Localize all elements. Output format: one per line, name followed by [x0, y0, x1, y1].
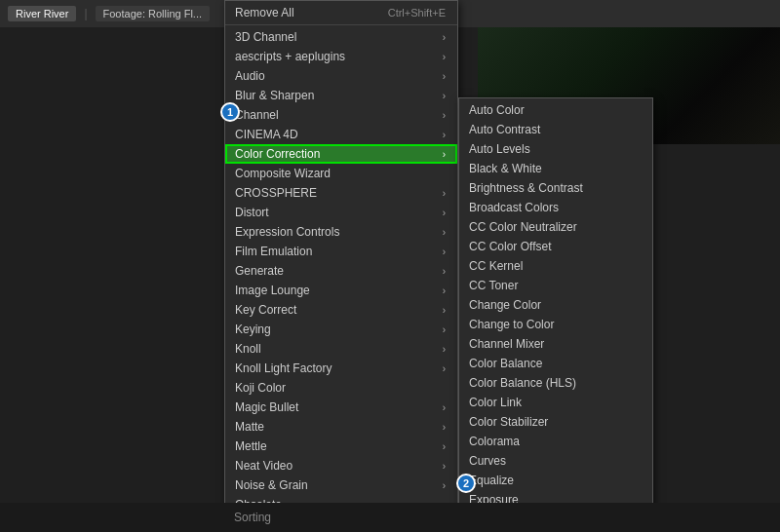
submenu-arrow-13: ›: [443, 285, 446, 296]
primary-menu-item-label-17: Knoll Light Factory: [235, 361, 332, 375]
secondary-menu: Auto ColorAuto ContrastAuto LevelsBlack …: [458, 97, 653, 532]
primary-menu-item-4[interactable]: Channel›: [225, 105, 457, 125]
primary-menu-item-16[interactable]: Knoll›: [225, 339, 457, 359]
tab-river[interactable]: River River: [8, 6, 76, 21]
secondary-menu-item-label-3: Black & White: [469, 162, 542, 175]
secondary-menu-item-13[interactable]: Color Balance: [459, 354, 652, 373]
secondary-menu-item-label-16: Color Stabilizer: [469, 415, 548, 429]
secondary-menu-item-12[interactable]: Channel Mixer: [459, 334, 652, 354]
primary-menu-item-17[interactable]: Knoll Light Factory›: [225, 359, 457, 378]
secondary-menu-item-4[interactable]: Brightness & Contrast: [459, 178, 652, 198]
primary-menu-item-label-4: Channel: [235, 108, 279, 122]
primary-menu-item-20[interactable]: Matte›: [225, 417, 457, 437]
primary-menu-item-label-9: Distort: [235, 206, 269, 219]
primary-menu-item-21[interactable]: Mettle›: [225, 437, 457, 456]
primary-menu-items: 3D Channel›aescripts + aeplugins›Audio›B…: [225, 27, 457, 532]
submenu-arrow-19: ›: [443, 402, 446, 413]
secondary-menu-item-14[interactable]: Color Balance (HLS): [459, 373, 652, 393]
secondary-menu-item-9[interactable]: CC Toner: [459, 276, 652, 295]
primary-menu-item-label-11: Film Emulation: [235, 245, 312, 258]
secondary-menu-item-1[interactable]: Auto Contrast: [459, 120, 652, 139]
primary-menu-item-1[interactable]: aescripts + aeplugins›: [225, 47, 457, 66]
primary-menu-item-19[interactable]: Magic Bullet›: [225, 398, 457, 417]
primary-menu-item-0[interactable]: 3D Channel›: [225, 27, 457, 47]
primary-menu-item-label-15: Keying: [235, 323, 271, 336]
sorting-bar: Sorting: [0, 503, 780, 532]
remove-all-label: Remove All: [235, 6, 294, 19]
secondary-menu-item-16[interactable]: Color Stabilizer: [459, 412, 652, 432]
primary-menu-item-label-6: Color Correction: [235, 147, 320, 161]
primary-menu-item-2[interactable]: Audio›: [225, 66, 457, 86]
primary-menu-item-14[interactable]: Key Correct›: [225, 300, 457, 320]
secondary-menu-item-label-19: Equalize: [469, 474, 514, 487]
primary-menu-item-12[interactable]: Generate›: [225, 261, 457, 281]
submenu-arrow-12: ›: [443, 266, 446, 277]
secondary-menu-item-10[interactable]: Change Color: [459, 295, 652, 315]
secondary-menu-item-11[interactable]: Change to Color: [459, 315, 652, 334]
secondary-menu-item-0[interactable]: Auto Color: [459, 100, 652, 120]
secondary-menu-item-18[interactable]: Curves: [459, 451, 652, 471]
primary-menu-item-10[interactable]: Expression Controls›: [225, 222, 457, 242]
remove-all-item[interactable]: Remove All Ctrl+Shift+E: [225, 3, 457, 22]
secondary-menu-item-3[interactable]: Black & White: [459, 159, 652, 178]
primary-menu-item-9[interactable]: Distort›: [225, 203, 457, 222]
secondary-menu-item-label-11: Change to Color: [469, 318, 554, 331]
primary-menu-item-label-7: Composite Wizard: [235, 167, 331, 180]
primary-menu-item-11[interactable]: Film Emulation›: [225, 242, 457, 261]
submenu-arrow-5: ›: [443, 130, 446, 140]
submenu-arrow-15: ›: [443, 324, 446, 335]
secondary-menu-item-2[interactable]: Auto Levels: [459, 139, 652, 159]
secondary-menu-item-8[interactable]: CC Kernel: [459, 256, 652, 276]
submenu-arrow-16: ›: [443, 344, 446, 355]
secondary-menu-item-6[interactable]: CC Color Neutralizer: [459, 217, 652, 237]
secondary-menu-item-15[interactable]: Color Link: [459, 393, 652, 412]
primary-menu-item-13[interactable]: Image Lounge›: [225, 281, 457, 300]
primary-menu-item-22[interactable]: Neat Video›: [225, 456, 457, 475]
secondary-menu-item-17[interactable]: Colorama: [459, 432, 652, 451]
secondary-menu-item-label-2: Auto Levels: [469, 142, 530, 156]
submenu-arrow-8: ›: [443, 188, 446, 199]
primary-menu-item-label-1: aescripts + aeplugins: [235, 50, 345, 63]
primary-menu-item-23[interactable]: Noise & Grain›: [225, 475, 457, 495]
primary-menu-item-label-18: Koji Color: [235, 381, 286, 395]
tab-footage[interactable]: Footage: Rolling Fl...: [96, 6, 211, 21]
badge-2: 2: [456, 474, 476, 493]
secondary-menu-item-label-13: Color Balance: [469, 357, 542, 370]
submenu-arrow-9: ›: [443, 208, 446, 218]
secondary-menu-item-5[interactable]: Broadcast Colors: [459, 198, 652, 217]
submenu-arrow-2: ›: [443, 71, 446, 82]
primary-menu-item-label-16: Knoll: [235, 342, 261, 356]
submenu-arrow-4: ›: [443, 110, 446, 121]
submenu-arrow-6: ›: [443, 149, 446, 160]
secondary-menu-item-7[interactable]: CC Color Offset: [459, 237, 652, 256]
primary-menu-item-5[interactable]: CINEMA 4D›: [225, 125, 457, 144]
primary-menu-item-label-12: Generate: [235, 264, 284, 278]
secondary-menu-item-label-12: Channel Mixer: [469, 337, 544, 351]
primary-menu-item-8[interactable]: CROSSPHERE›: [225, 183, 457, 203]
submenu-arrow-11: ›: [443, 247, 446, 257]
submenu-arrow-21: ›: [443, 441, 446, 452]
submenu-arrow-20: ›: [443, 422, 446, 433]
secondary-menu-item-label-8: CC Kernel: [469, 259, 523, 273]
primary-menu-item-6[interactable]: Color Correction›: [225, 144, 457, 164]
submenu-arrow-23: ›: [443, 480, 446, 491]
secondary-menu-item-label-17: Colorama: [469, 435, 520, 448]
submenu-arrow-0: ›: [443, 32, 446, 43]
submenu-arrow-1: ›: [443, 52, 446, 62]
primary-menu-item-label-21: Mettle: [235, 439, 267, 453]
primary-menu-item-label-3: Blur & Sharpen: [235, 89, 314, 102]
primary-menu-item-3[interactable]: Blur & Sharpen›: [225, 86, 457, 105]
badge-1: 1: [220, 102, 240, 122]
secondary-menu-item-19[interactable]: Equalize: [459, 471, 652, 490]
primary-menu-item-label-13: Image Lounge: [235, 284, 310, 297]
primary-menu-item-label-2: Audio: [235, 69, 265, 83]
primary-menu-item-7[interactable]: Composite Wizard: [225, 164, 457, 183]
primary-menu-item-15[interactable]: Keying›: [225, 320, 457, 339]
primary-menu-item-label-10: Expression Controls: [235, 225, 339, 239]
submenu-arrow-10: ›: [443, 227, 446, 238]
secondary-menu-item-label-18: Curves: [469, 454, 506, 468]
primary-menu-item-18[interactable]: Koji Color: [225, 378, 457, 398]
primary-menu-item-label-8: CROSSPHERE: [235, 186, 317, 200]
submenu-arrow-17: ›: [443, 363, 446, 374]
secondary-menu-item-label-9: CC Toner: [469, 279, 518, 292]
